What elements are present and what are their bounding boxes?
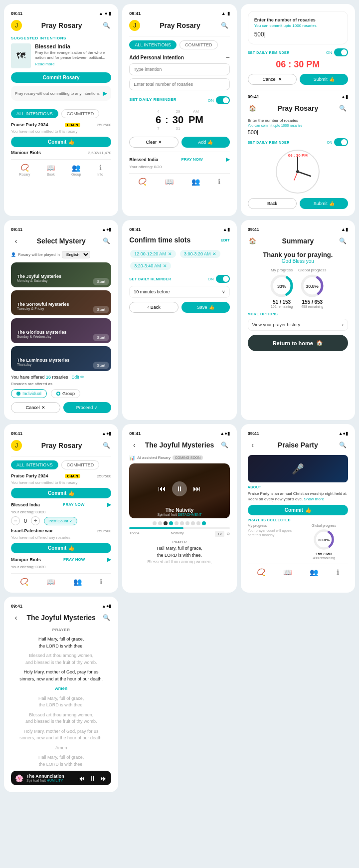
- tab-committed-7[interactable]: COMMITTED: [61, 460, 100, 469]
- plus-btn[interactable]: +: [31, 516, 40, 525]
- nav-r-7[interactable]: 📿: [20, 578, 28, 586]
- search-10[interactable]: 🔍: [101, 613, 111, 623]
- search-7[interactable]: 🔍: [101, 440, 111, 450]
- play-icon[interactable]: ▶: [103, 90, 107, 97]
- commit-praise-7[interactable]: Commit 👍: [11, 488, 111, 498]
- edit-icon[interactable]: ✏: [80, 374, 84, 380]
- back-button-timeslot[interactable]: ‹ Back: [129, 302, 179, 313]
- mini-skip-back[interactable]: ⏮: [78, 774, 85, 782]
- commit-rosary-button[interactable]: Commit Rosary: [11, 72, 111, 83]
- nav-i-9[interactable]: ℹ: [337, 568, 339, 576]
- post-count-btn[interactable]: Post Count ✓: [44, 517, 77, 525]
- tab-committed-2[interactable]: COMMITTED: [180, 40, 218, 49]
- back-btn-9[interactable]: ‹: [248, 440, 258, 450]
- glorious-mysteries-card[interactable]: The Glorious Mysteries Sunday & Wednesda…: [11, 318, 111, 343]
- show-more-link[interactable]: Show more: [304, 497, 324, 501]
- skip-forward-icon[interactable]: ⏭: [193, 484, 201, 493]
- home-btn-summary[interactable]: 🏠: [248, 236, 258, 246]
- nav-r-9[interactable]: 📿: [257, 568, 265, 576]
- pray-now-manipur[interactable]: PRAY NOW: [63, 557, 85, 562]
- search-9[interactable]: 🔍: [338, 440, 348, 450]
- play-arrow-icon[interactable]: ▶: [226, 156, 230, 163]
- commit-praise-party[interactable]: Commit 👍: [248, 505, 348, 515]
- tab-all-7[interactable]: ALL INTENTIONS: [11, 460, 58, 469]
- nav-i-7[interactable]: ℹ: [100, 578, 102, 586]
- cancel-button[interactable]: Cancel ✕: [248, 74, 297, 85]
- nav-book-2[interactable]: 📖: [165, 178, 174, 186]
- nav-rosary-2[interactable]: 📿: [138, 178, 147, 186]
- start-glorious-btn[interactable]: Start: [93, 334, 109, 341]
- search-mystery[interactable]: 🔍: [101, 236, 111, 246]
- edit-timeslots-btn[interactable]: EDIT: [220, 238, 229, 242]
- commit-button-praise[interactable]: Commit 👍: [11, 137, 111, 147]
- back-btn-10[interactable]: ‹: [11, 613, 21, 623]
- nav-g-9[interactable]: 👥: [310, 568, 318, 576]
- add-button[interactable]: Add 👍: [181, 137, 230, 148]
- back-button-mystery[interactable]: ‹: [11, 236, 21, 246]
- skip-back-icon[interactable]: ⏮: [158, 484, 166, 493]
- total-rosaries-input[interactable]: [129, 78, 229, 90]
- submit-button[interactable]: Submit 👍: [300, 74, 348, 85]
- search-summary[interactable]: 🔍: [338, 236, 348, 246]
- search-button-1[interactable]: 🔍: [101, 20, 111, 30]
- mini-skip-forward[interactable]: ⏭: [100, 774, 107, 782]
- view-history-link[interactable]: View your prayer history ›: [248, 319, 348, 331]
- close-timeslot-2[interactable]: ✕: [212, 251, 216, 256]
- start-sorrowful-btn[interactable]: Start: [93, 306, 109, 313]
- reminder-toggle[interactable]: [216, 96, 230, 104]
- search-button-3[interactable]: 🔍: [338, 103, 348, 113]
- nav-b-9[interactable]: 📖: [283, 568, 292, 576]
- prayer-faded-1: Blessed art thou among women, and blesse…: [11, 652, 111, 666]
- language-select[interactable]: English: [62, 251, 90, 258]
- luminous-mysteries-card[interactable]: The Luminous Mysteries Thursday Start: [11, 346, 111, 371]
- search-8[interactable]: 🔍: [220, 440, 230, 450]
- reminder-toggle-3[interactable]: [334, 48, 348, 56]
- commit-israel[interactable]: Commit 👍: [11, 543, 111, 553]
- before-dropdown[interactable]: 10 minutes before ∨: [129, 286, 229, 298]
- play-manipur[interactable]: ▶: [107, 556, 111, 563]
- tab-committed-1[interactable]: COMMITTED: [61, 109, 100, 118]
- settings-icon[interactable]: ⚙: [226, 532, 230, 536]
- clear-button[interactable]: Clear ✕: [129, 137, 179, 148]
- back-btn-8[interactable]: ‹: [129, 440, 139, 450]
- mini-pause[interactable]: ⏸: [89, 774, 96, 782]
- pray-now-7[interactable]: PRAY NOW: [63, 502, 84, 507]
- edit-rosaries-link[interactable]: Edit: [71, 375, 79, 380]
- reminder-toggle-5[interactable]: [216, 275, 230, 283]
- nav-b-7[interactable]: 📖: [46, 578, 55, 586]
- read-more-link[interactable]: Read more: [35, 62, 111, 66]
- minus-btn[interactable]: −: [11, 516, 20, 525]
- speed-badge[interactable]: 1x: [215, 531, 224, 537]
- save-button[interactable]: Save 👍: [181, 302, 230, 313]
- pause-button[interactable]: ⏸: [172, 481, 187, 496]
- pray-now-btn[interactable]: PRAY NOW: [181, 157, 202, 162]
- nav-group-1[interactable]: 👥Group: [71, 164, 81, 176]
- group-radio[interactable]: Group: [51, 389, 80, 398]
- sorrowful-mysteries-card[interactable]: The Sorrowful Mysteries Tuesday & Friday…: [11, 290, 111, 315]
- toggle-clock[interactable]: [334, 138, 348, 146]
- submit-button-clock[interactable]: Submit 👍: [300, 198, 348, 209]
- type-intention-input[interactable]: [129, 63, 229, 75]
- nav-g-7[interactable]: 👥: [73, 578, 82, 586]
- close-timeslot-1[interactable]: ✕: [168, 251, 172, 256]
- nav-info-2[interactable]: ℹ: [218, 178, 220, 186]
- return-home-button[interactable]: Return to home 🏠: [248, 335, 348, 351]
- start-joyful-btn[interactable]: Start: [93, 278, 109, 285]
- add-intention-minus[interactable]: −: [225, 53, 229, 61]
- close-timeslot-3[interactable]: ✕: [163, 263, 167, 268]
- search-button-2[interactable]: 🔍: [220, 20, 230, 30]
- nav-book-1[interactable]: 📖Book: [46, 164, 55, 176]
- back-button-clock[interactable]: Back: [248, 198, 297, 209]
- home-button[interactable]: 🏠: [248, 103, 258, 113]
- play-7[interactable]: ▶: [107, 501, 111, 508]
- proceed-button[interactable]: Proceed ✓: [63, 402, 112, 413]
- individual-radio[interactable]: Individual: [11, 389, 47, 398]
- nav-rosary-1[interactable]: 📿Rosary: [19, 164, 30, 176]
- tab-all-intentions-1[interactable]: ALL INTENTIONS: [11, 109, 58, 118]
- start-luminous-btn[interactable]: Start: [93, 362, 109, 369]
- tab-all-2[interactable]: ALL INTENTIONS: [129, 40, 177, 49]
- nav-info-1[interactable]: ℹInfo: [97, 164, 103, 176]
- cancel-button-mystery[interactable]: Cancel ✕: [11, 402, 60, 413]
- joyful-mysteries-card[interactable]: The Joyful Mysteries Monday & Saturday S…: [11, 262, 111, 287]
- nav-group-2[interactable]: 👥: [191, 178, 200, 186]
